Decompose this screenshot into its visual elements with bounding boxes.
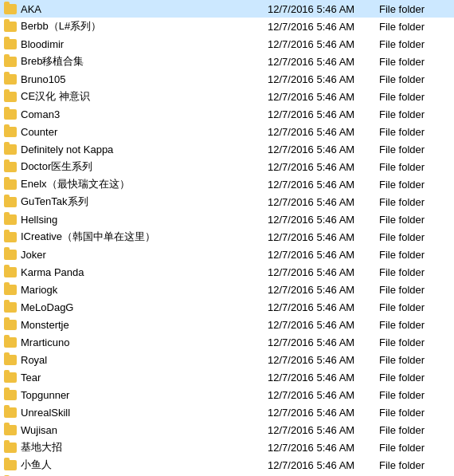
file-date: 12/7/2016 5:46 AM xyxy=(268,424,379,436)
folder-icon xyxy=(3,318,18,331)
file-type: File folder xyxy=(379,249,451,261)
table-row[interactable]: Monstertje12/7/2016 5:46 AMFile folder xyxy=(0,316,454,333)
file-type: File folder xyxy=(379,196,451,208)
table-row[interactable]: AKA12/7/2016 5:46 AMFile folder xyxy=(0,0,454,18)
file-type: File folder xyxy=(379,407,451,419)
file-name: Royal xyxy=(21,354,268,366)
folder-icon xyxy=(3,406,18,419)
table-row[interactable]: Karma Panda12/7/2016 5:46 AMFile folder xyxy=(0,263,454,281)
table-row[interactable]: Counter12/7/2016 5:46 AMFile folder xyxy=(0,123,454,140)
folder-icon xyxy=(3,458,18,471)
folder-icon xyxy=(3,73,18,85)
folder-icon xyxy=(3,143,18,155)
table-row[interactable]: Topgunner12/7/2016 5:46 AMFile folder xyxy=(0,386,454,403)
table-row[interactable]: Hellsing12/7/2016 5:46 AMFile folder xyxy=(0,210,454,228)
file-date: 12/7/2016 5:46 AM xyxy=(268,442,379,454)
file-name: Doctor医生系列 xyxy=(21,159,268,174)
file-name: Breb移植合集 xyxy=(21,54,268,69)
file-type: File folder xyxy=(379,91,451,103)
table-row[interactable]: Breb移植合集12/7/2016 5:46 AMFile folder xyxy=(0,53,454,70)
file-name: Monstertje xyxy=(21,319,268,331)
file-name: ICreative（韩国中单在这里） xyxy=(21,230,268,244)
file-date: 12/7/2016 5:46 AM xyxy=(268,231,379,243)
file-type: File folder xyxy=(379,73,451,85)
table-row[interactable]: Bloodimir12/7/2016 5:46 AMFile folder xyxy=(0,35,454,53)
file-date: 12/7/2016 5:46 AM xyxy=(268,38,379,50)
file-type: File folder xyxy=(379,459,451,471)
file-name: Joker xyxy=(21,249,268,261)
file-date: 12/7/2016 5:46 AM xyxy=(268,56,379,68)
folder-icon xyxy=(3,108,18,120)
file-name: AKA xyxy=(21,3,268,15)
file-name: Bloodimir xyxy=(21,38,268,50)
file-type: File folder xyxy=(379,38,451,50)
table-row[interactable]: Definitely not Kappa12/7/2016 5:46 AMFil… xyxy=(0,140,454,158)
file-list: AKA12/7/2016 5:46 AMFile folderBerbb（L#系… xyxy=(0,0,454,476)
table-row[interactable]: Royal12/7/2016 5:46 AMFile folder xyxy=(0,351,454,368)
file-date: 12/7/2016 5:46 AM xyxy=(268,336,379,348)
table-row[interactable]: ICreative（韩国中单在这里）12/7/2016 5:46 AMFile … xyxy=(0,228,454,246)
folder-icon xyxy=(3,178,18,191)
file-name: CE汉化 神意识 xyxy=(21,89,268,104)
file-name: Definitely not Kappa xyxy=(21,144,268,155)
folder-icon xyxy=(3,195,18,208)
table-row[interactable]: Tear12/7/2016 5:46 AMFile folder xyxy=(0,368,454,386)
table-row[interactable]: Mariogk12/7/2016 5:46 AMFile folder xyxy=(0,281,454,298)
file-type: File folder xyxy=(379,108,451,120)
file-type: File folder xyxy=(379,231,451,243)
file-date: 12/7/2016 5:46 AM xyxy=(268,301,379,313)
folder-icon xyxy=(3,301,18,313)
file-type: File folder xyxy=(379,144,451,155)
file-date: 12/7/2016 5:46 AM xyxy=(268,407,379,419)
table-row[interactable]: Bruno10512/7/2016 5:46 AMFile folder xyxy=(0,70,454,88)
file-date: 12/7/2016 5:46 AM xyxy=(268,21,379,33)
file-type: File folder xyxy=(379,266,451,278)
table-row[interactable]: Enelx（最快瑞文在这）12/7/2016 5:46 AMFile folde… xyxy=(0,175,454,193)
table-row[interactable]: MeLoDagG12/7/2016 5:46 AMFile folder xyxy=(0,298,454,316)
file-date: 12/7/2016 5:46 AM xyxy=(268,372,379,384)
file-name: Mariogk xyxy=(21,284,268,296)
file-date: 12/7/2016 5:46 AM xyxy=(268,91,379,103)
folder-icon xyxy=(3,125,18,138)
file-type: File folder xyxy=(379,442,451,454)
file-name: Bruno105 xyxy=(21,73,268,85)
file-type: File folder xyxy=(379,354,451,366)
table-row[interactable]: Wujisan12/7/2016 5:46 AMFile folder xyxy=(0,421,454,439)
file-date: 12/7/2016 5:46 AM xyxy=(268,266,379,278)
table-row[interactable]: CE汉化 神意识12/7/2016 5:46 AMFile folder xyxy=(0,88,454,105)
table-row[interactable]: Mrarticuno12/7/2016 5:46 AMFile folder xyxy=(0,333,454,351)
table-row[interactable]: UnrealSkill12/7/2016 5:46 AMFile folder xyxy=(0,403,454,421)
file-type: File folder xyxy=(379,179,451,191)
file-date: 12/7/2016 5:46 AM xyxy=(268,196,379,208)
folder-icon xyxy=(3,213,18,226)
file-date: 12/7/2016 5:46 AM xyxy=(268,459,379,471)
folder-icon xyxy=(3,353,18,366)
file-type: File folder xyxy=(379,56,451,68)
table-row[interactable]: Joker12/7/2016 5:46 AMFile folder xyxy=(0,246,454,263)
table-row[interactable]: 小鱼人12/7/2016 5:46 AMFile folder xyxy=(0,456,454,474)
file-date: 12/7/2016 5:46 AM xyxy=(268,179,379,191)
file-name: Berbb（L#系列） xyxy=(21,19,268,33)
table-row[interactable]: Berbb（L#系列）12/7/2016 5:46 AMFile folder xyxy=(0,18,454,35)
file-name: Wujisan xyxy=(21,424,268,436)
folder-icon xyxy=(3,90,18,103)
table-row[interactable]: Coman312/7/2016 5:46 AMFile folder xyxy=(0,105,454,123)
folder-icon xyxy=(3,2,18,15)
file-date: 12/7/2016 5:46 AM xyxy=(268,108,379,120)
file-date: 12/7/2016 5:46 AM xyxy=(268,249,379,261)
file-date: 12/7/2016 5:46 AM xyxy=(268,126,379,138)
file-name: Mrarticuno xyxy=(21,336,268,348)
file-date: 12/7/2016 5:46 AM xyxy=(268,73,379,85)
file-date: 12/7/2016 5:46 AM xyxy=(268,354,379,366)
file-type: File folder xyxy=(379,389,451,401)
table-row[interactable]: 基地大招12/7/2016 5:46 AMFile folder xyxy=(0,439,454,456)
file-date: 12/7/2016 5:46 AM xyxy=(268,161,379,173)
file-date: 12/7/2016 5:46 AM xyxy=(268,319,379,331)
table-row[interactable]: GuTenTak系列12/7/2016 5:46 AMFile folder xyxy=(0,193,454,210)
folder-icon xyxy=(3,336,18,348)
table-row[interactable]: Doctor医生系列12/7/2016 5:46 AMFile folder xyxy=(0,158,454,175)
folder-icon xyxy=(3,266,18,278)
file-name: GuTenTak系列 xyxy=(21,195,268,209)
file-type: File folder xyxy=(379,372,451,384)
folder-icon xyxy=(3,371,18,384)
